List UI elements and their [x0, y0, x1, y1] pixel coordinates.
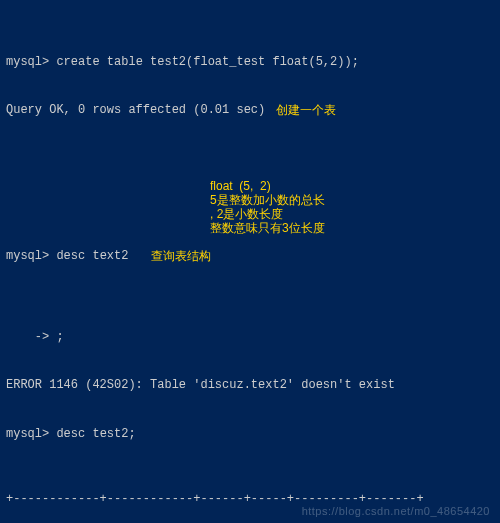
cmd-desc-ok: desc test2; — [49, 427, 135, 441]
cont-prompt: -> — [6, 330, 49, 344]
prompt: mysql> — [6, 427, 49, 441]
terminal[interactable]: mysql> create table test2(float_test flo… — [0, 0, 500, 523]
line: mysql> desc test2; — [6, 426, 494, 442]
line: mysql> create table test2(float_test flo… — [6, 54, 494, 70]
cont-semi: ; — [49, 330, 63, 344]
response: Query OK, 0 rows affected (0.01 sec) — [6, 103, 265, 117]
line: Query OK, 0 rows affected (0.01 sec) 创建一… — [6, 102, 494, 151]
cmd-desc-wrong: desc text2 — [49, 249, 128, 263]
note-desc-struct: 查询表结构 — [151, 248, 211, 264]
line: ERROR 1146 (42S02): Table 'discuz.text2'… — [6, 377, 494, 393]
line: mysql> desc text2 查询表结构 — [6, 248, 494, 297]
watermark: https://blog.csdn.net/m0_48654420 — [302, 504, 490, 519]
note-float-4: 整数意味只有3位长度 — [210, 220, 325, 236]
error-1146: ERROR 1146 (42S02): Table 'discuz.text2'… — [6, 378, 395, 392]
cmd-create-table: create table test2(float_test float(5,2)… — [49, 55, 359, 69]
note-create-table: 创建一个表 — [276, 102, 336, 118]
prompt: mysql> — [6, 249, 49, 263]
prompt: mysql> — [6, 55, 49, 69]
line: -> ; — [6, 329, 494, 345]
